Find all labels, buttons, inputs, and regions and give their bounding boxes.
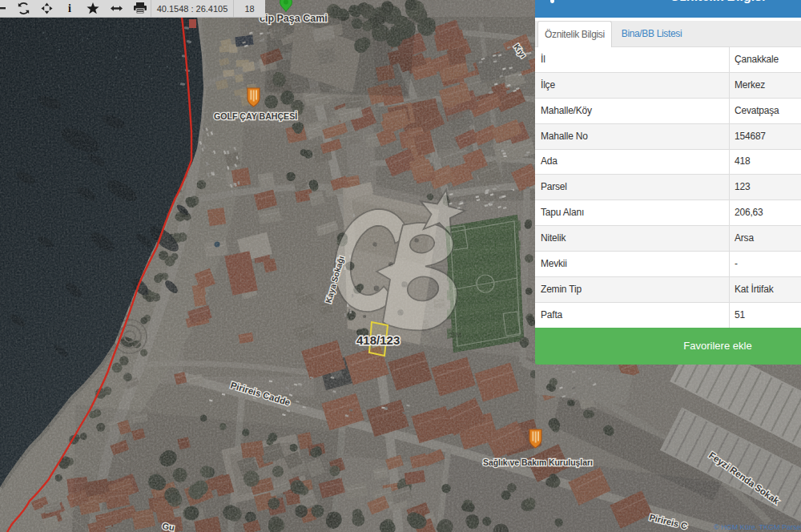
svg-text:© HGM Küre, TKGM Parsel: © HGM Küre, TKGM Parsel (714, 523, 801, 531)
svg-text:SM: SM (450, 330, 461, 339)
svg-text:Sağlık ve Bakım Kuruluşları: Sağlık ve Bakım Kuruluşları (483, 458, 593, 467)
svg-text:Gu: Gu (162, 521, 175, 532)
svg-text:418/123: 418/123 (356, 333, 400, 347)
svg-text:GOLF ÇAY BAHÇESİ: GOLF ÇAY BAHÇESİ (214, 111, 297, 121)
svg-text:cip Paşa Cami: cip Paşa Cami (260, 13, 328, 24)
